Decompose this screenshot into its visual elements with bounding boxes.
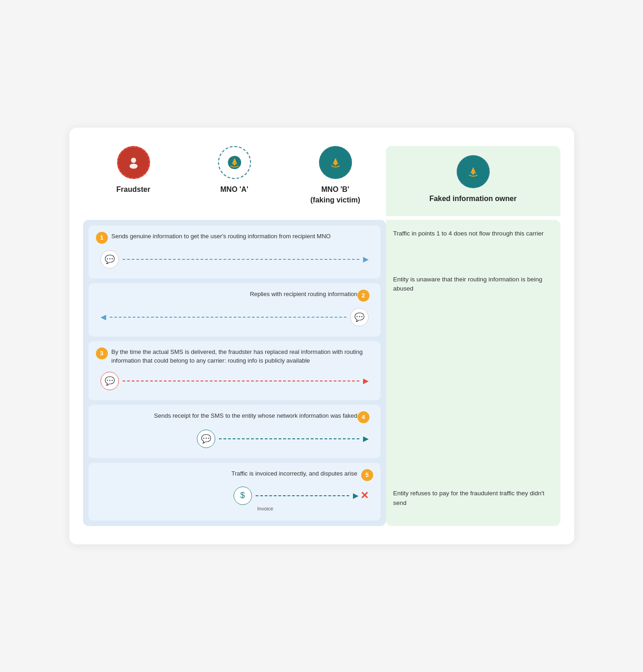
step-badge-2: 2 xyxy=(358,290,369,302)
step-2-arrow: 💬 ◀ xyxy=(96,307,373,327)
step-3-arrow-head: ▶ xyxy=(363,376,369,385)
step-1-dashed-line xyxy=(123,259,359,260)
step-4-arrow-head: ▶ xyxy=(363,434,369,443)
step-1-msg-icon: 💬 xyxy=(101,250,119,269)
faked-note-text-3: Entity refuses to pay for the fraudulent… xyxy=(393,490,545,506)
step-5-invoice-label: Invoice xyxy=(257,506,274,511)
step-2-arrow-head: ◀ xyxy=(101,313,106,321)
step-2-dashed-line xyxy=(110,317,347,318)
step-badge-3: 3 xyxy=(96,347,108,359)
faked-note-text-2: Entity is unaware that their routing inf… xyxy=(393,276,542,292)
col-label-faked-owner: Faked information owner xyxy=(429,194,516,204)
avatar-fraudster xyxy=(117,146,150,179)
step-badge-1: 1 xyxy=(96,232,108,244)
step-4-msg-icon: 💬 xyxy=(197,430,215,448)
step-card-1: 1 Sends genuine information to get the u… xyxy=(89,225,380,279)
faked-note-3: Entity refuses to pay for the fraudulent… xyxy=(393,489,553,508)
step-text-5: Traffic is invoiced incorrectly, and dis… xyxy=(231,469,357,478)
faked-note-text-1: Traffic in points 1 to 4 does not flow t… xyxy=(393,230,544,237)
step-card-3: 3 By the time the actual SMS is delivere… xyxy=(89,341,380,400)
step-text-1: Sends genuine information to get the use… xyxy=(112,232,331,241)
step-3-msg-icon: 💬 xyxy=(101,372,119,390)
svg-point-0 xyxy=(131,158,136,163)
step-text-4: Sends receipt for the SMS to the entity … xyxy=(154,411,358,420)
step-4-arrow: 💬 ▶ xyxy=(96,429,373,449)
avatar-faked-owner xyxy=(457,155,490,188)
faked-note-1: Traffic in points 1 to 4 does not flow t… xyxy=(393,229,553,238)
svg-point-4 xyxy=(233,163,235,165)
svg-point-1 xyxy=(129,164,138,169)
step-4-dashed-line xyxy=(219,438,359,439)
step-badge-4: 4 xyxy=(358,411,369,423)
svg-point-8 xyxy=(472,172,474,174)
step-text-3: By the time the actual SMS is delivered,… xyxy=(112,347,373,365)
step-2-msg-icon: 💬 xyxy=(350,308,369,326)
avatar-mno-b xyxy=(319,146,352,179)
step-5-arrow: $ ▶ ✕ Invoice xyxy=(96,487,373,511)
step-1-arrow: 💬 ▶ xyxy=(96,249,373,269)
step-badge-5: 5 xyxy=(361,469,373,481)
avatar-mno-a xyxy=(218,146,251,179)
col-label-mno-b: MNO 'B'(faking victim) xyxy=(310,185,360,205)
step-3-arrow: 💬 ▶ xyxy=(96,371,373,391)
svg-point-6 xyxy=(334,163,336,165)
col-label-fraudster: Fraudster xyxy=(117,185,151,195)
step-card-4: 4 Sends receipt for the SMS to the entit… xyxy=(89,405,380,458)
step-text-2: Replies with recipient routing informati… xyxy=(250,290,357,299)
diagram-container: Fraudster MNO 'A' xyxy=(69,128,574,544)
step-5-x-mark: ✕ xyxy=(360,490,369,502)
col-header-mno-b: MNO 'B'(faking victim) xyxy=(285,146,386,216)
col-header-mno-a: MNO 'A' xyxy=(184,146,285,216)
col-label-mno-a: MNO 'A' xyxy=(220,185,248,195)
step-1-arrow-head: ▶ xyxy=(363,255,369,263)
col-header-fraudster: Fraudster xyxy=(83,146,184,216)
steps-column: 1 Sends genuine information to get the u… xyxy=(83,220,386,526)
col-header-faked: Faked information owner xyxy=(386,146,560,216)
step-5-arrow-head: ▶ xyxy=(353,491,358,500)
step-5-dashed-line xyxy=(256,495,349,496)
content-area: 1 Sends genuine information to get the u… xyxy=(83,220,560,526)
faked-column: Traffic in points 1 to 4 does not flow t… xyxy=(386,220,560,526)
step-card-5: Traffic is invoiced incorrectly, and dis… xyxy=(89,463,380,521)
faked-note-2: Entity is unaware that their routing inf… xyxy=(393,275,553,294)
step-5-dollar-icon: $ xyxy=(234,487,252,505)
step-card-2: 2 Replies with recipient routing informa… xyxy=(89,283,380,336)
step-3-dashed-line xyxy=(123,381,359,381)
